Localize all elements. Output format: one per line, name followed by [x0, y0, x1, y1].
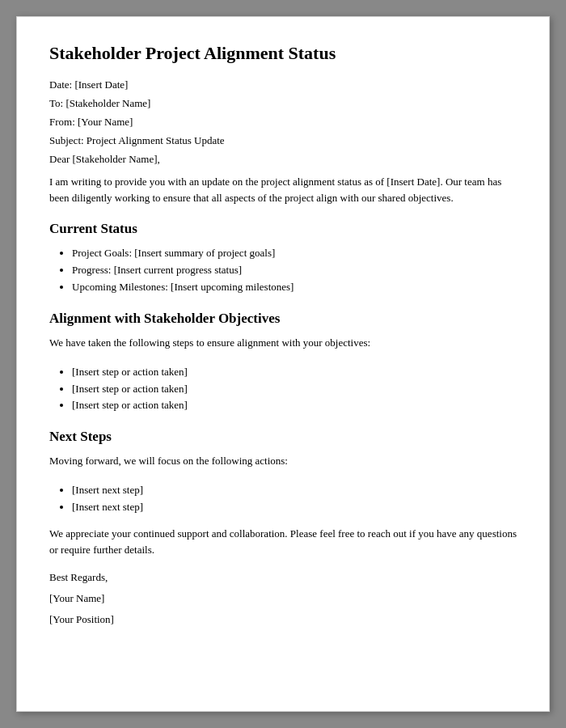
current-status-list: Project Goals: [Insert summary of projec… — [72, 245, 517, 295]
meta-date: Date: [Insert Date] — [49, 78, 517, 91]
document-title: Stakeholder Project Alignment Status — [49, 43, 517, 64]
alignment-list: [Insert step or action taken] [Insert st… — [72, 364, 517, 414]
list-item: Upcoming Milestones: [Insert upcoming mi… — [72, 279, 517, 296]
list-item: [Insert step or action taken] — [72, 364, 517, 381]
list-item: [Insert next step] — [72, 482, 517, 499]
list-item: [Insert step or action taken] — [72, 397, 517, 414]
list-item: Progress: [Insert current progress statu… — [72, 262, 517, 279]
meta-to: To: [Stakeholder Name] — [49, 97, 517, 110]
list-item: [Insert step or action taken] — [72, 381, 517, 398]
alignment-intro: We have taken the following steps to ens… — [49, 335, 517, 351]
closing-paragraph: We appreciate your continued support and… — [49, 526, 517, 558]
list-item: Project Goals: [Insert summary of projec… — [72, 245, 517, 262]
next-steps-list: [Insert next step] [Insert next step] — [72, 482, 517, 516]
meta-subject: Subject: Project Alignment Status Update — [49, 134, 517, 147]
document-container: Stakeholder Project Alignment Status Dat… — [16, 16, 550, 712]
section-heading-alignment: Alignment with Stakeholder Objectives — [49, 311, 517, 327]
sign-off-position: [Your Position] — [49, 613, 517, 626]
greeting-line: Dear [Stakeholder Name], — [49, 153, 517, 166]
intro-paragraph: I am writing to provide you with an upda… — [49, 174, 517, 206]
section-heading-next-steps: Next Steps — [49, 429, 517, 445]
section-heading-current-status: Current Status — [49, 221, 517, 237]
meta-from: From: [Your Name] — [49, 116, 517, 129]
next-steps-intro: Moving forward, we will focus on the fol… — [49, 453, 517, 469]
sign-off-regards: Best Regards, — [49, 571, 517, 584]
list-item: [Insert next step] — [72, 499, 517, 516]
sign-off-name: [Your Name] — [49, 592, 517, 605]
